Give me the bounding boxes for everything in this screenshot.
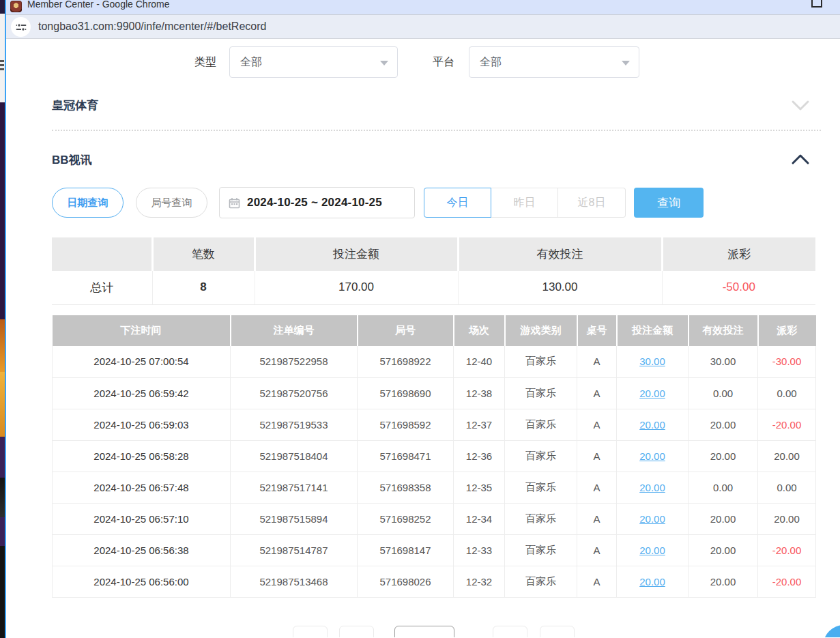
type-select[interactable]: 全部 (229, 46, 398, 78)
customer-service-float-button[interactable] (823, 625, 840, 637)
cell-bet-no: 521987513468 (231, 566, 358, 597)
cell-bet-amount: 20.00 (617, 503, 689, 534)
cell-table-no: A (577, 503, 617, 534)
table-row: 2024-10-25 06:56:38 521987514787 5716981… (53, 534, 816, 566)
cell-payout: 0.00 (758, 377, 816, 409)
date-range-picker[interactable]: 2024-10-25 ~ 2024-10-25 (219, 187, 415, 218)
cell-game-type: 百家乐 (505, 346, 577, 377)
browser-address-bar: tongbao31.com:9900/infe/mcenter/#/betRec… (6, 15, 840, 39)
chevron-down-icon[interactable] (791, 97, 810, 113)
cell-round-no: 571698252 (358, 503, 454, 534)
cell-valid-bet: 20.00 (689, 566, 758, 597)
cell-valid-bet: 20.00 (689, 534, 758, 566)
cell-bet-amount: 30.00 (617, 346, 689, 377)
cell-table-no: A (577, 472, 617, 503)
pagination-last-button[interactable]: » (540, 626, 575, 637)
pagination-page-input[interactable] (394, 626, 454, 637)
cell-bet-no: 521987515894 (231, 503, 358, 534)
cell-session: 12-32 (454, 566, 505, 597)
chrome-window: Member Center - Google Chrome tongbao31.… (5, 0, 840, 638)
table-row: 2024-10-25 06:59:03 521987519533 5716985… (53, 409, 816, 440)
cell-bet-time: 2024-10-25 06:57:48 (53, 472, 231, 503)
cell-bet-amount: 20.00 (617, 566, 689, 597)
platform-select[interactable]: 全部 (469, 46, 639, 78)
bet-amount-link[interactable]: 20.00 (639, 482, 665, 493)
summary-count-value: 8 (152, 271, 255, 304)
cell-bet-no: 521987519533 (231, 409, 358, 440)
bet-amount-link[interactable]: 20.00 (639, 450, 665, 462)
cell-round-no: 571698592 (358, 409, 454, 440)
pagination-first-button[interactable]: « (293, 626, 328, 637)
section-crown-sports-title: 皇冠体育 (52, 98, 98, 113)
search-button[interactable]: 查询 (634, 188, 704, 218)
cell-bet-no: 521987520756 (231, 377, 358, 409)
col-session: 场次 (454, 315, 505, 346)
bet-table-body: 2024-10-25 07:00:54 521987522958 5716989… (53, 346, 816, 597)
cell-round-no: 571698026 (358, 566, 454, 597)
bet-amount-link[interactable]: 20.00 (639, 576, 665, 588)
today-button[interactable]: 今日 (424, 188, 491, 218)
cell-bet-no: 521987518404 (231, 440, 358, 472)
caret-down-icon (380, 61, 388, 66)
maximize-button[interactable] (811, 0, 822, 8)
cell-session: 12-34 (454, 503, 505, 534)
cell-valid-bet: 0.00 (689, 377, 758, 409)
chevron-up-icon[interactable] (791, 151, 810, 168)
cell-round-no: 571698922 (358, 346, 454, 377)
date-query-tab[interactable]: 日期查询 (52, 188, 124, 218)
background-menu-icon (0, 60, 4, 71)
last-8-days-button[interactable]: 近8日 (558, 188, 626, 218)
platform-select-value: 全部 (480, 55, 502, 70)
summary-header-bet-amount: 投注金额 (255, 237, 458, 271)
cell-session: 12-38 (454, 377, 505, 409)
col-valid-bet: 有效投注 (689, 315, 758, 346)
summary-header-blank (52, 237, 152, 271)
cell-game-type: 百家乐 (505, 503, 577, 534)
cell-bet-time: 2024-10-25 06:57:10 (53, 503, 231, 534)
cell-valid-bet: 0.00 (689, 472, 758, 503)
caret-down-icon (622, 61, 630, 66)
platform-filter-label: 平台 (433, 55, 454, 70)
summary-bet-amount-value: 170.00 (255, 271, 458, 304)
col-bet-amount: 投注金额 (617, 315, 689, 346)
pagination-prev-button[interactable]: ‹ (339, 626, 374, 637)
window-titlebar: Member Center - Google Chrome (6, 0, 840, 15)
cell-payout: 20.00 (758, 503, 816, 534)
col-payout: 派彩 (758, 315, 816, 346)
bet-record-page: 类型 全部 平台 全部 皇冠体育 BB视讯 日期查询 局号查询 (6, 39, 840, 637)
bet-amount-link[interactable]: 20.00 (639, 545, 665, 556)
cell-bet-amount: 20.00 (617, 440, 689, 472)
cell-session: 12-33 (454, 534, 505, 566)
summary-total-row: 总计 8 170.00 130.00 -50.00 (52, 271, 815, 304)
cell-bet-time: 2024-10-25 06:59:42 (53, 377, 231, 409)
cell-game-type: 百家乐 (505, 377, 577, 409)
col-bet-no: 注单编号 (231, 315, 358, 346)
bet-amount-link[interactable]: 20.00 (639, 513, 665, 525)
bet-amount-link[interactable]: 20.00 (639, 388, 665, 399)
summary-header-valid-bet: 有效投注 (458, 237, 662, 271)
cell-round-no: 571698471 (358, 440, 454, 472)
summary-payout-value: -50.00 (662, 271, 815, 304)
cell-table-no: A (577, 346, 617, 377)
bet-amount-link[interactable]: 30.00 (639, 356, 665, 367)
site-settings-button[interactable] (11, 17, 31, 37)
url-text[interactable]: tongbao31.com:9900/infe/mcenter/#/betRec… (38, 20, 266, 33)
cell-game-type: 百家乐 (505, 566, 577, 597)
cell-bet-amount: 20.00 (617, 409, 689, 440)
table-row: 2024-10-25 06:57:10 521987515894 5716982… (53, 503, 816, 534)
section-divider (52, 130, 821, 131)
bet-amount-link[interactable]: 20.00 (639, 419, 665, 431)
cell-round-no: 571698147 (358, 534, 454, 566)
date-range-value: 2024-10-25 ~ 2024-10-25 (247, 196, 382, 209)
cell-payout: -20.00 (758, 409, 816, 440)
cell-bet-time: 2024-10-25 06:58:28 (53, 440, 231, 472)
cell-bet-no: 521987522958 (231, 346, 358, 377)
yesterday-button[interactable]: 昨日 (491, 188, 558, 218)
col-bet-time: 下注时间 (53, 315, 231, 346)
summary-table: 笔数 投注金额 有效投注 派彩 总计 8 170.00 130.00 -50.0… (52, 237, 815, 305)
cell-table-no: A (577, 534, 617, 566)
round-query-tab[interactable]: 局号查询 (136, 188, 207, 218)
cell-bet-amount: 20.00 (617, 534, 689, 566)
pagination-next-button[interactable]: › (493, 626, 527, 637)
tune-icon (16, 22, 27, 33)
